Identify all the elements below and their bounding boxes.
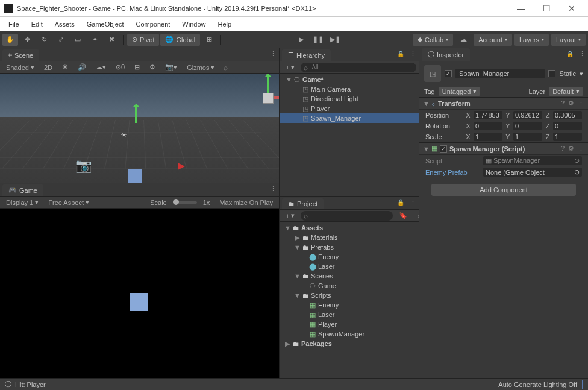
inspector-options-icon[interactable]: ⋮: [579, 50, 586, 58]
snap-toggle[interactable]: ⊞: [201, 34, 217, 46]
lighting-status[interactable]: Auto Generate Lighting Off: [498, 381, 577, 388]
project-script[interactable]: ▦ Enemy: [280, 300, 419, 310]
gameobject-icon[interactable]: ◳: [424, 65, 441, 82]
rect-tool[interactable]: ▭: [70, 34, 86, 46]
gizmos-dropdown[interactable]: Gizmos▾: [183, 63, 218, 72]
y-axis-arrow[interactable]: [135, 105, 137, 123]
player-cube[interactable]: [128, 169, 142, 183]
pause-button[interactable]: ❚❚: [310, 34, 326, 46]
reset-icon[interactable]: ⚙: [568, 99, 574, 107]
close-button[interactable]: ✕: [559, 0, 584, 17]
aspect-dropdown[interactable]: Free Aspect▾: [45, 198, 144, 207]
rotation-y-input[interactable]: 0: [513, 122, 542, 130]
audio-toggle[interactable]: 🔊: [74, 63, 90, 72]
lighting-toggle[interactable]: ☀: [58, 63, 72, 72]
tab-inspector[interactable]: ⓘ Inspector: [422, 48, 470, 61]
hierarchy-item-selected[interactable]: ◳ Spawn_Manager: [280, 113, 419, 123]
cloud-button[interactable]: ☁: [455, 34, 471, 46]
global-toggle[interactable]: 🌐 Global: [160, 34, 200, 46]
project-script[interactable]: ▦ Laser: [280, 310, 419, 319]
project-scene[interactable]: ⎔ Game: [280, 281, 419, 291]
project-add-button[interactable]: + ▾: [282, 211, 298, 220]
position-x-input[interactable]: 1.74853: [474, 111, 502, 119]
layers-dropdown[interactable]: Layers▾: [514, 34, 549, 46]
display-dropdown[interactable]: Display 1▾: [2, 198, 42, 207]
component-enabled-checkbox[interactable]: [440, 145, 447, 153]
scene-options-icon[interactable]: ⋮: [270, 50, 277, 58]
hierarchy-add-button[interactable]: + ▾: [282, 63, 298, 72]
tag-dropdown[interactable]: Untagged▾: [439, 87, 481, 96]
menu-file[interactable]: File: [2, 19, 25, 30]
scale-tool[interactable]: ⤢: [53, 34, 69, 46]
scale-x-input[interactable]: 1: [474, 133, 502, 141]
project-lock-icon[interactable]: 🔒: [397, 199, 404, 206]
tab-game[interactable]: 🎮 Game: [2, 184, 43, 196]
hierarchy-scene-row[interactable]: ▼ ⎔ Game*: [280, 75, 419, 84]
hierarchy-tree[interactable]: ▼ ⎔ Game* ◳ Main Camera ◳ Directional Li…: [280, 74, 419, 196]
reset-icon[interactable]: ⚙: [568, 145, 574, 153]
project-folder[interactable]: ▶🖿 Materials: [280, 233, 419, 242]
help-icon[interactable]: ?: [561, 145, 565, 153]
hierarchy-item[interactable]: ◳ Player: [280, 104, 419, 113]
menu-edit[interactable]: Edit: [25, 19, 49, 30]
project-folder[interactable]: ▼🖿 Scripts: [280, 291, 419, 300]
light-gizmo-icon[interactable]: ☀: [120, 131, 127, 139]
play-button[interactable]: ▶: [293, 34, 309, 46]
hidden-toggle[interactable]: ⊘0: [112, 63, 128, 72]
rotation-z-input[interactable]: 0: [553, 122, 582, 130]
fx-toggle[interactable]: ☁▾: [92, 63, 110, 72]
options-icon[interactable]: ⋮: [578, 145, 584, 153]
project-folder[interactable]: ▼🖿 Scenes: [280, 271, 419, 281]
static-checkbox[interactable]: [548, 70, 555, 77]
hierarchy-options-icon[interactable]: ⋮: [410, 50, 416, 58]
project-tree[interactable]: ▼🖿 Assets ▶🖿 Materials ▼🖿 Prefabs ⬤ Enem…: [280, 222, 419, 378]
static-dropdown-icon[interactable]: ▾: [580, 70, 583, 78]
maximize-button[interactable]: ☐: [534, 0, 559, 17]
scale-y-input[interactable]: 1: [513, 133, 542, 141]
spawn-manager-header[interactable]: ▼ ▦ Spawn Manager (Script) ? ⚙ ⋮: [419, 143, 588, 155]
project-script[interactable]: ▦ SpawnManager: [280, 329, 419, 339]
project-folder[interactable]: ▼🖿 Prefabs: [280, 242, 419, 252]
layout-dropdown[interactable]: Layout▾: [551, 34, 586, 46]
gameobject-active-checkbox[interactable]: [445, 70, 452, 77]
game-options-icon[interactable]: ⋮: [270, 185, 277, 193]
rotate-tool[interactable]: ↻: [36, 34, 52, 46]
rotation-x-input[interactable]: 0: [474, 122, 502, 130]
menu-gameobject[interactable]: GameObject: [81, 19, 130, 30]
minimize-button[interactable]: —: [508, 0, 534, 17]
project-folder-packages[interactable]: ▶🖿 Packages: [280, 339, 419, 348]
grid-toggle[interactable]: ⊞: [131, 63, 143, 72]
tab-hierarchy[interactable]: ☰ Hierarchy: [282, 49, 331, 61]
menu-window[interactable]: Window: [176, 19, 211, 30]
help-icon[interactable]: ?: [561, 99, 565, 107]
menu-component[interactable]: Component: [130, 19, 176, 30]
hierarchy-search-input[interactable]: [301, 63, 416, 72]
position-y-input[interactable]: 0.92612: [513, 111, 542, 119]
transform-header[interactable]: ▼ ⬨ Transform ? ⚙ ⋮: [419, 98, 588, 110]
tools-toggle[interactable]: ⚙: [146, 63, 159, 72]
menu-assets[interactable]: Assets: [49, 19, 81, 30]
script-reference-field[interactable]: ▦ SpawnManager ⊙: [483, 156, 582, 165]
project-filter-icon[interactable]: 🔖: [395, 211, 411, 220]
hierarchy-lock-icon[interactable]: 🔒: [397, 51, 404, 57]
hierarchy-item[interactable]: ◳ Main Camera: [280, 84, 419, 94]
gameobject-name-field[interactable]: Spawn_Manager: [455, 69, 545, 78]
position-z-input[interactable]: 0.3005: [553, 111, 582, 119]
transform-tool[interactable]: ✦: [87, 34, 102, 46]
shading-dropdown[interactable]: Shaded▾: [2, 63, 38, 72]
project-folder-assets[interactable]: ▼🖿 Assets: [280, 223, 419, 233]
collab-dropdown[interactable]: ◆Collab▾: [413, 34, 453, 46]
step-button[interactable]: ▶❚: [327, 34, 343, 46]
tab-project[interactable]: 🖿 Project: [282, 198, 324, 209]
project-prefab[interactable]: ⬤ Enemy: [280, 252, 419, 262]
object-picker-icon[interactable]: ⊙: [574, 168, 580, 176]
project-prefab[interactable]: ⬤ Laser: [280, 262, 419, 271]
scale-z-input[interactable]: 1: [553, 133, 582, 141]
layer-dropdown[interactable]: Default▾: [549, 87, 583, 96]
inspector-lock-icon[interactable]: 🔒: [566, 51, 574, 57]
tab-scene[interactable]: ⌗ Scene: [2, 49, 39, 61]
camera-gizmo-icon[interactable]: 📷: [75, 158, 92, 174]
status-message[interactable]: Hit: Player: [15, 381, 46, 388]
object-picker-icon[interactable]: ⊙: [574, 157, 580, 165]
2d-toggle[interactable]: 2D: [40, 63, 56, 72]
